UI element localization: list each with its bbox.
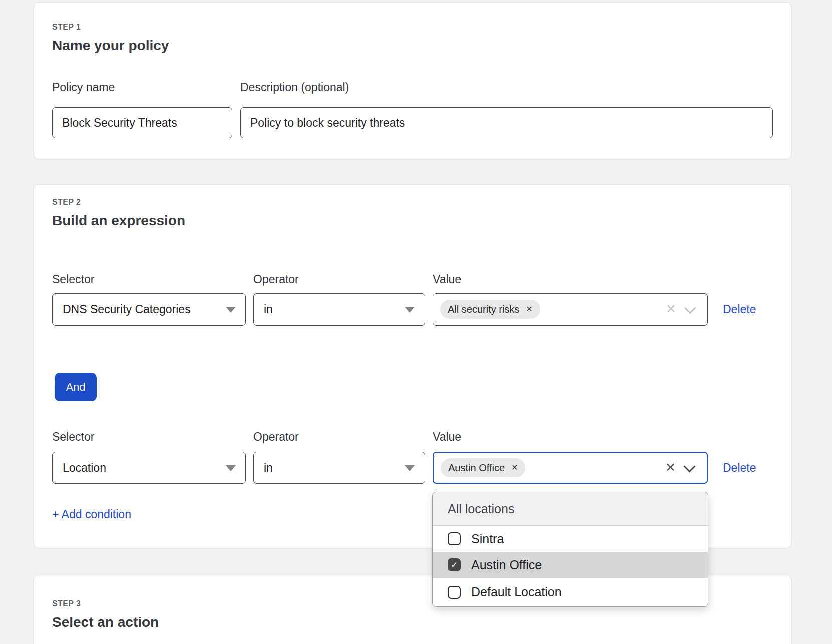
dropdown-option-label: Sintra bbox=[471, 532, 504, 546]
dropdown-option-label: Default Location bbox=[471, 585, 562, 599]
step2-eyebrow: STEP 2 bbox=[52, 198, 81, 207]
description-label: Description (optional) bbox=[240, 81, 349, 94]
step1-eyebrow: STEP 1 bbox=[52, 23, 81, 32]
selector-select[interactable]: Location bbox=[52, 452, 246, 484]
location-dropdown-panel: All locations ✓ Sintra ✓ Austin Office ✓… bbox=[432, 492, 708, 607]
dropdown-group-header: All locations bbox=[433, 492, 708, 526]
chip-remove-icon[interactable]: ✕ bbox=[511, 464, 518, 472]
step1-card: STEP 1 Name your policy Policy name Desc… bbox=[34, 2, 791, 159]
selector-select-value: Location bbox=[63, 461, 106, 475]
description-input[interactable] bbox=[240, 107, 773, 138]
caret-down-icon bbox=[226, 465, 236, 471]
selector-select[interactable]: DNS Security Categories bbox=[52, 293, 246, 326]
step3-title: Select an action bbox=[52, 614, 159, 630]
step1-title: Name your policy bbox=[52, 38, 169, 54]
value-column-label: Value bbox=[433, 273, 461, 286]
step3-eyebrow: STEP 3 bbox=[52, 599, 81, 608]
checkbox[interactable]: ✓ bbox=[448, 532, 461, 545]
value-column-label: Value bbox=[433, 430, 461, 444]
caret-down-icon bbox=[226, 307, 236, 313]
selector-column-label: Selector bbox=[52, 273, 94, 286]
chip-remove-icon[interactable]: ✕ bbox=[526, 305, 532, 313]
chevron-down-icon[interactable] bbox=[684, 302, 696, 314]
value-chip: All security risks ✕ bbox=[440, 300, 540, 319]
selector-column-label: Selector bbox=[52, 430, 94, 444]
step2-title: Build an expression bbox=[52, 213, 185, 229]
checkbox[interactable]: ✓ bbox=[448, 558, 461, 571]
add-condition-link[interactable]: + Add condition bbox=[52, 508, 131, 521]
dropdown-option-default-location[interactable]: ✓ Default Location bbox=[433, 578, 708, 606]
selector-select-value: DNS Security Categories bbox=[63, 303, 191, 316]
dropdown-option-sintra[interactable]: ✓ Sintra bbox=[433, 526, 708, 552]
dropdown-option-austin-office[interactable]: ✓ Austin Office bbox=[433, 552, 708, 578]
operator-column-label: Operator bbox=[253, 430, 299, 444]
checkbox[interactable]: ✓ bbox=[448, 586, 461, 599]
clear-value-icon[interactable]: ✕ bbox=[665, 461, 676, 474]
value-chip-label: Austin Office bbox=[448, 462, 505, 474]
chevron-down-icon[interactable] bbox=[683, 460, 695, 472]
value-multiselect[interactable]: Austin Office ✕ ✕ bbox=[433, 452, 708, 484]
caret-down-icon bbox=[405, 465, 415, 471]
dropdown-option-label: Austin Office bbox=[471, 558, 542, 572]
and-button[interactable]: And bbox=[55, 373, 97, 401]
clear-value-icon[interactable]: ✕ bbox=[666, 303, 676, 315]
value-chip-label: All security risks bbox=[448, 304, 519, 315]
operator-column-label: Operator bbox=[253, 273, 299, 286]
operator-select[interactable]: in bbox=[253, 452, 425, 484]
policy-name-label: Policy name bbox=[52, 81, 115, 94]
caret-down-icon bbox=[405, 307, 415, 313]
value-multiselect[interactable]: All security risks ✕ ✕ bbox=[433, 293, 708, 326]
policy-name-input[interactable] bbox=[52, 107, 232, 138]
policy-builder-page: STEP 1 Name your policy Policy name Desc… bbox=[0, 0, 832, 644]
operator-select-value: in bbox=[264, 303, 273, 316]
operator-select[interactable]: in bbox=[253, 293, 425, 326]
delete-row-button[interactable]: Delete bbox=[723, 293, 756, 326]
operator-select-value: in bbox=[264, 461, 273, 475]
delete-row-button[interactable]: Delete bbox=[723, 452, 756, 484]
value-chip: Austin Office ✕ bbox=[441, 458, 525, 477]
check-icon: ✓ bbox=[451, 561, 458, 569]
